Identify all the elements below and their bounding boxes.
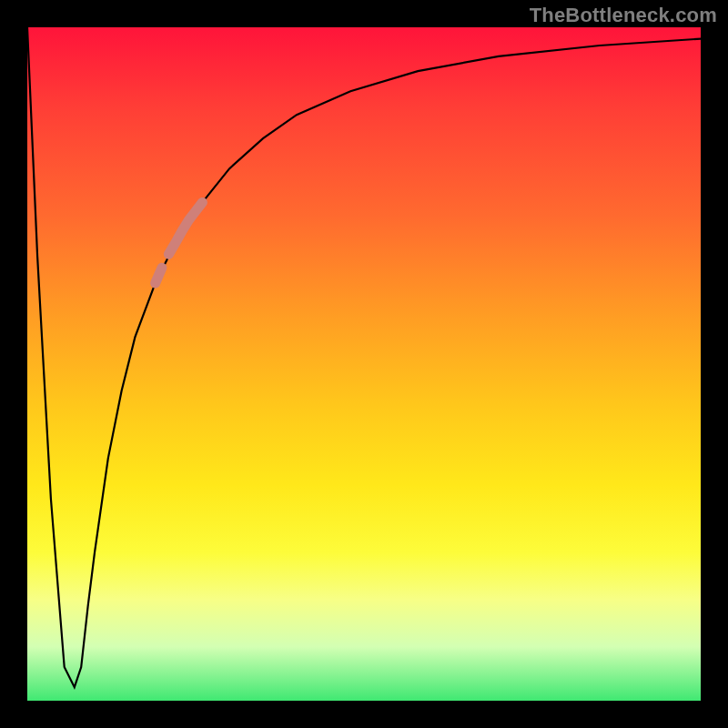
curve-svg	[27, 27, 701, 701]
bottleneck-curve-path	[27, 27, 701, 687]
highlight-dot	[156, 268, 162, 283]
watermark-text: TheBottleneck.com	[530, 4, 717, 27]
highlight-segment-path	[168, 202, 202, 254]
chart-frame: TheBottleneck.com	[0, 0, 728, 728]
